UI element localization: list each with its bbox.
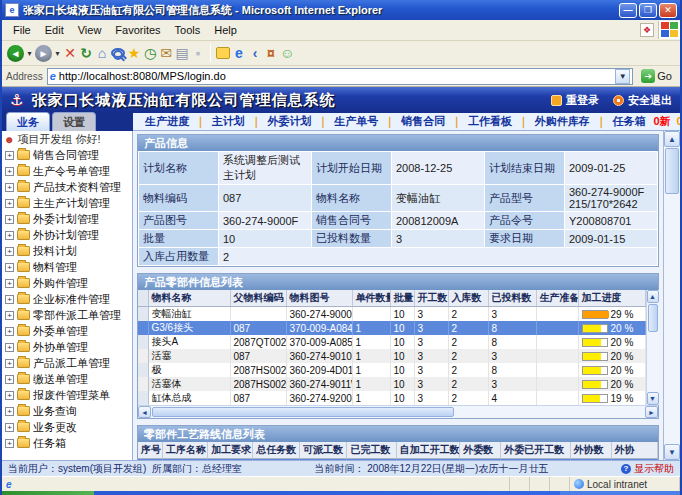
- show-help-link[interactable]: ? 显示帮助: [621, 462, 674, 476]
- history-icon[interactable]: ◷: [143, 43, 157, 64]
- parts-row-1[interactable]: G3/6接头087370-009-A084011032820 %: [138, 321, 645, 335]
- nav-link-7[interactable]: 任务箱: [612, 115, 645, 127]
- col-0[interactable]: 序号: [138, 442, 163, 459]
- windows-taskbar[interactable]: [2, 491, 680, 495]
- col-7[interactable]: 外委数: [460, 442, 501, 459]
- sidebar-item-11[interactable]: +外委单管理: [2, 323, 132, 339]
- favorites-icon[interactable]: ★: [127, 43, 141, 64]
- col-1[interactable]: 父物料编码: [230, 290, 286, 307]
- expand-icon[interactable]: +: [5, 247, 14, 256]
- nav-link-5[interactable]: 工作看板: [468, 115, 512, 127]
- forward-dropdown-icon[interactable]: ▾: [54, 43, 61, 64]
- discuss-icon[interactable]: ‹: [248, 43, 262, 64]
- minimize-button[interactable]: —: [619, 3, 637, 18]
- address-dropdown-icon[interactable]: ▼: [615, 69, 630, 84]
- menu-item-file[interactable]: File: [6, 22, 38, 38]
- parts-row-0[interactable]: 变幅油缸360-274-9000F1032329 %: [138, 307, 645, 322]
- nav-link-1[interactable]: 主计划: [212, 115, 245, 127]
- parts-row-3[interactable]: 活塞087360-274-9010F11032320 %: [138, 349, 645, 363]
- menu-item-help[interactable]: Help: [207, 22, 244, 38]
- sidebar-item-8[interactable]: +外购件管理: [2, 275, 132, 291]
- scroll-up-icon[interactable]: ▲: [664, 131, 680, 147]
- col-4[interactable]: 可派工数: [300, 442, 347, 459]
- back-dropdown-icon[interactable]: ▾: [26, 43, 33, 64]
- nav-link-2[interactable]: 外委计划: [268, 115, 312, 127]
- scroll-down-icon[interactable]: ▼: [664, 444, 680, 460]
- nav-link-4[interactable]: 销售合同: [401, 115, 445, 127]
- col-0[interactable]: 物料名称: [148, 290, 230, 307]
- col-3[interactable]: 单件数量: [352, 290, 390, 307]
- research-icon[interactable]: ¤: [264, 43, 278, 64]
- expand-icon[interactable]: +: [5, 423, 14, 432]
- search-icon[interactable]: [111, 48, 125, 58]
- col-8[interactable]: 外委已开工数: [501, 442, 571, 459]
- expand-icon[interactable]: +: [5, 343, 14, 352]
- sidebar-item-2[interactable]: +产品技术资料管理: [2, 179, 132, 195]
- expand-icon[interactable]: +: [5, 199, 14, 208]
- nav-link-6[interactable]: 外购件库存: [535, 115, 590, 127]
- expand-icon[interactable]: +: [5, 167, 14, 176]
- col-1[interactable]: 工序名称: [163, 442, 208, 459]
- col-4[interactable]: 批量: [390, 290, 414, 307]
- expand-icon[interactable]: +: [5, 391, 14, 400]
- parts-row-6[interactable]: 缸体总成087360-274-9200F11032419 %: [138, 391, 645, 405]
- sidebar-item-4[interactable]: +外委计划管理: [2, 211, 132, 227]
- expand-icon[interactable]: +: [5, 151, 14, 160]
- go-button[interactable]: ➔ Go: [637, 69, 676, 83]
- col-8[interactable]: 生产准备: [536, 290, 578, 307]
- sidebar-item-15[interactable]: +报废件管理菜单: [2, 387, 132, 403]
- sidebar-item-3[interactable]: +主生产计划管理: [2, 195, 132, 211]
- parts-horizontal-scrollbar[interactable]: ◄ ►: [138, 405, 658, 418]
- col-2[interactable]: 物料图号: [286, 290, 352, 307]
- expand-icon[interactable]: +: [5, 183, 14, 192]
- maximize-button[interactable]: ❐: [639, 3, 657, 18]
- sidebar-item-0[interactable]: +销售合同管理: [2, 147, 132, 163]
- notes-icon[interactable]: [216, 43, 230, 64]
- sidebar-item-16[interactable]: +业务查询: [2, 403, 132, 419]
- expand-icon[interactable]: +: [5, 263, 14, 272]
- scroll-up-icon[interactable]: ▲: [647, 290, 659, 303]
- nav-link-0[interactable]: 生产进度: [145, 115, 189, 127]
- menu-item-tools[interactable]: Tools: [168, 22, 208, 38]
- scroll-thumb[interactable]: [152, 407, 454, 417]
- forward-icon[interactable]: ►: [35, 43, 52, 64]
- sidebar-item-7[interactable]: +物料管理: [2, 259, 132, 275]
- expand-icon[interactable]: +: [5, 231, 14, 240]
- scroll-left-icon[interactable]: ◄: [138, 406, 151, 418]
- sidebar-item-12[interactable]: +外协单管理: [2, 339, 132, 355]
- mail-icon[interactable]: ✉: [159, 43, 173, 64]
- address-input[interactable]: [59, 70, 613, 82]
- expand-icon[interactable]: +: [5, 311, 14, 320]
- expand-icon[interactable]: +: [5, 359, 14, 368]
- scroll-down-icon[interactable]: ▼: [647, 392, 659, 405]
- expand-icon[interactable]: +: [5, 327, 14, 336]
- sidebar-item-5[interactable]: +外协计划管理: [2, 227, 132, 243]
- close-button[interactable]: ✕: [659, 3, 677, 18]
- expand-icon[interactable]: +: [5, 439, 14, 448]
- col-3[interactable]: 总任务数: [253, 442, 300, 459]
- parts-vertical-scrollbar[interactable]: ▲ ▼: [646, 290, 659, 405]
- relogin-button[interactable]: 重登录: [551, 93, 599, 108]
- refresh-icon[interactable]: ↻: [79, 43, 93, 64]
- stop-icon[interactable]: ✕: [63, 43, 77, 64]
- col-2[interactable]: 加工要求: [208, 442, 253, 459]
- sidebar-item-10[interactable]: +零部件派工单管理: [2, 307, 132, 323]
- col-5[interactable]: 已完工数: [347, 442, 396, 459]
- scroll-thumb[interactable]: [648, 304, 658, 332]
- sidebar-item-17[interactable]: +业务更改: [2, 419, 132, 435]
- start-button[interactable]: [2, 491, 94, 495]
- col-6[interactable]: 自加工开工数: [396, 442, 460, 459]
- col-6[interactable]: 入库数: [448, 290, 488, 307]
- col-9[interactable]: 加工进度: [578, 290, 645, 307]
- page-scrollbar[interactable]: ▲ ▼: [663, 131, 680, 460]
- menu-item-favorites[interactable]: Favorites: [108, 22, 167, 38]
- expand-icon[interactable]: +: [5, 295, 14, 304]
- edit-icon[interactable]: ▪: [191, 43, 205, 64]
- sidebar-item-13[interactable]: +产品派工单管理: [2, 355, 132, 371]
- scroll-right-icon[interactable]: ►: [645, 406, 658, 418]
- parts-row-2[interactable]: 接头A2087QT002370-009-A085011032820 %: [138, 335, 645, 349]
- back-icon[interactable]: ◄: [7, 43, 24, 64]
- expand-icon[interactable]: +: [5, 407, 14, 416]
- sidebar-item-14[interactable]: +缴送单管理: [2, 371, 132, 387]
- expand-icon[interactable]: +: [5, 375, 14, 384]
